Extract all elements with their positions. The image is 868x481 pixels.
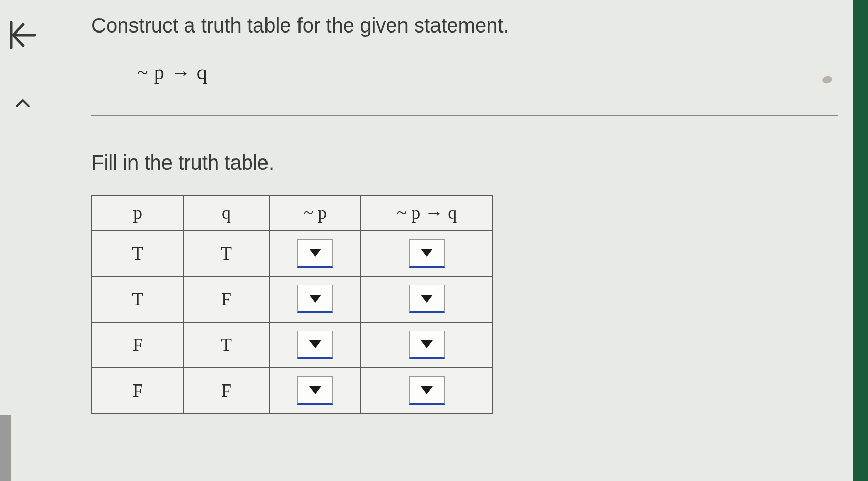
dropdown-not-p-1[interactable] — [297, 285, 333, 313]
chevron-down-icon — [309, 386, 321, 394]
table-row: F T — [92, 322, 493, 368]
cell-q: T — [183, 231, 270, 276]
chevron-down-icon — [421, 249, 433, 257]
chevron-down-icon — [421, 386, 433, 394]
cell-p: T — [92, 231, 183, 276]
dropdown-result-3[interactable] — [409, 376, 445, 405]
instruction-text: Construct a truth table for the given st… — [91, 14, 838, 37]
divider — [91, 115, 838, 116]
chevron-up-icon[interactable] — [15, 98, 30, 111]
cell-not-p — [270, 322, 361, 368]
cell-result — [361, 322, 493, 368]
cell-not-p — [270, 231, 361, 276]
cell-p: T — [92, 276, 183, 322]
scroll-indicator[interactable] — [0, 415, 11, 481]
header-p: p — [92, 195, 183, 231]
table-row: F F — [92, 368, 493, 413]
dropdown-result-1[interactable] — [409, 285, 445, 313]
table-row: T T — [92, 231, 493, 276]
header-not-p: ~ p — [270, 195, 361, 231]
cell-result — [361, 231, 493, 276]
sidebar — [0, 0, 46, 481]
dropdown-not-p-0[interactable] — [297, 239, 333, 268]
cell-q: F — [183, 276, 270, 322]
cell-result — [361, 368, 493, 413]
fill-prompt: Fill in the truth table. — [91, 151, 838, 174]
chevron-down-icon — [421, 340, 433, 348]
table-header-row: p q ~ p ~ p → q — [92, 195, 493, 231]
dropdown-result-2[interactable] — [409, 331, 445, 359]
cell-result — [361, 276, 493, 322]
cell-q: T — [183, 322, 270, 368]
header-result: ~ p → q — [361, 195, 493, 231]
cell-p: F — [92, 368, 183, 413]
right-edge-decoration — [853, 0, 868, 481]
logic-statement: ~ p → q — [137, 60, 838, 84]
main-content: Construct a truth table for the given st… — [91, 14, 838, 414]
chevron-down-icon — [309, 340, 321, 348]
chevron-down-icon — [421, 295, 433, 303]
cell-not-p — [270, 368, 361, 413]
cell-not-p — [270, 276, 361, 322]
chevron-down-icon — [309, 295, 321, 303]
cell-p: F — [92, 322, 183, 368]
table-row: T F — [92, 276, 493, 322]
cell-q: F — [183, 368, 270, 413]
truth-table: p q ~ p ~ p → q T T — [91, 195, 493, 414]
dropdown-not-p-2[interactable] — [297, 331, 333, 359]
back-icon[interactable] — [8, 20, 38, 52]
dropdown-not-p-3[interactable] — [297, 376, 333, 405]
chevron-down-icon — [309, 249, 321, 257]
dropdown-result-0[interactable] — [409, 239, 445, 268]
header-q: q — [183, 195, 270, 231]
